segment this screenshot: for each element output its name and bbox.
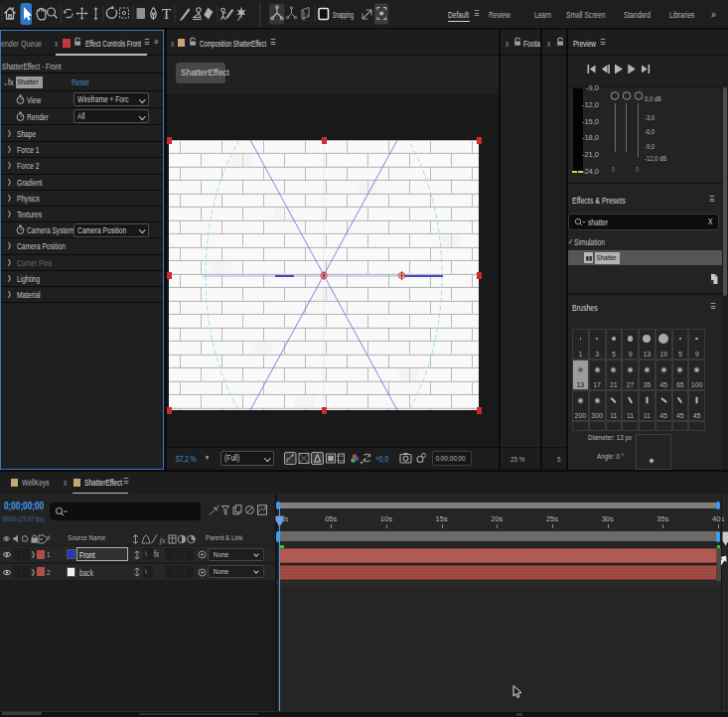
svg-text:fx: fx (160, 534, 166, 544)
svg-text:Snapping: Snapping (333, 9, 354, 20)
svg-text:T: T (162, 6, 171, 22)
